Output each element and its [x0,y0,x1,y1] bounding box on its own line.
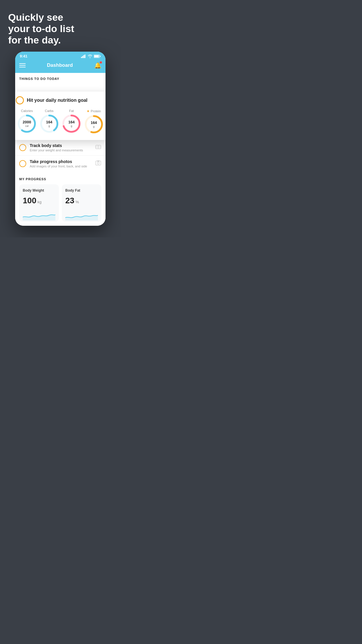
todo-item-body-stats[interactable]: Track body stats Enter your weight and m… [15,140,106,156]
nutrition-card-title: Hit your daily nutrition goal [27,98,87,103]
todo-title-photos: Take progress photos [30,159,92,164]
protein-stat: ★ Protein 164 g [84,109,104,134]
body-fat-value: 23 [65,196,74,205]
body-weight-value: 100 [23,196,36,205]
star-icon: ★ [87,109,90,113]
svg-point-19 [97,162,99,164]
calories-ring: 2000 cal [17,114,37,134]
todo-circle-body-stats [19,144,26,151]
svg-rect-6 [100,56,101,57]
app-header: Dashboard 🔔 [15,60,106,73]
svg-rect-0 [81,57,82,58]
carbs-unit: g [46,124,52,127]
fat-unit: g [68,124,75,127]
status-bar: 9:41 [15,52,106,60]
todo-circle-photos [19,160,26,167]
body-fat-title: Body Fat [65,188,98,192]
todo-text-body-stats: Track body stats Enter your weight and m… [30,143,92,152]
nutrition-check-circle[interactable] [16,96,24,104]
status-icons [81,55,101,58]
headline: Quickly see your to-do list for the day. [0,0,121,52]
header-title: Dashboard [47,62,73,68]
signal-icon [81,55,86,58]
fat-stat: Fat 164 g [61,109,81,134]
svg-rect-18 [96,161,101,165]
body-weight-value-row: 100 kg [23,196,55,205]
body-fat-value-row: 23 % [65,196,98,205]
svg-rect-1 [82,56,83,58]
todo-item-photos[interactable]: Take progress photos Add images of your … [15,156,106,172]
wifi-icon [88,55,92,58]
photo-icon [95,160,101,167]
todo-title-body-stats: Track body stats [30,143,92,148]
carbs-label: Carbs [45,109,53,113]
notification-bell-button[interactable]: 🔔 [94,62,101,69]
todo-subtitle-body-stats: Enter your weight and measurements [30,148,92,152]
svg-rect-3 [85,55,85,58]
carbs-stat: Carbs 164 g [39,109,59,134]
protein-unit: g [91,125,97,128]
body-weight-chart [23,209,55,220]
fat-value: 164 [68,120,75,124]
status-time: 9:41 [20,54,27,58]
calories-stat: Calories 2000 cal [17,109,37,134]
phone-mockup: 9:41 [15,52,106,226]
calories-label: Calories [21,109,33,113]
phone-body: THINGS TO DO TODAY Hit your daily nutrit… [15,73,106,226]
things-to-do-header: THINGS TO DO TODAY [15,73,106,83]
body-fat-chart [65,209,98,220]
progress-section: MY PROGRESS Body Weight 100 kg [15,172,106,226]
battery-icon [94,55,101,58]
protein-label: ★ Protein [87,109,101,113]
fat-label: Fat [69,109,74,113]
menu-button[interactable] [19,63,26,67]
body-fat-card[interactable]: Body Fat 23 % [62,184,101,222]
protein-value: 164 [91,121,97,125]
outer-background: Quickly see your to-do list for the day.… [0,0,121,237]
fat-ring: 164 g [61,114,81,134]
calories-value: 2000 [23,120,31,124]
carbs-value: 164 [46,120,52,124]
todo-subtitle-photos: Add images of your front, back, and side [30,164,92,168]
svg-rect-2 [83,55,84,58]
body-weight-unit: kg [38,200,42,204]
nutrition-stats-row: Calories 2000 cal [16,109,105,134]
svg-rect-5 [94,55,99,57]
progress-cards-row: Body Weight 100 kg Body Fat [19,184,101,222]
body-weight-card[interactable]: Body Weight 100 kg [19,184,59,222]
calories-unit: cal [23,124,31,127]
body-weight-title: Body Weight [23,188,55,192]
scale-icon [95,144,101,151]
carbs-ring: 164 g [39,114,59,134]
nutrition-card: Hit your daily nutrition goal Calories [15,92,106,140]
notification-dot [100,61,102,64]
todo-text-photos: Take progress photos Add images of your … [30,159,92,168]
progress-section-label: MY PROGRESS [19,177,101,181]
body-fat-unit: % [75,200,79,204]
protein-ring: 164 g [84,114,104,134]
